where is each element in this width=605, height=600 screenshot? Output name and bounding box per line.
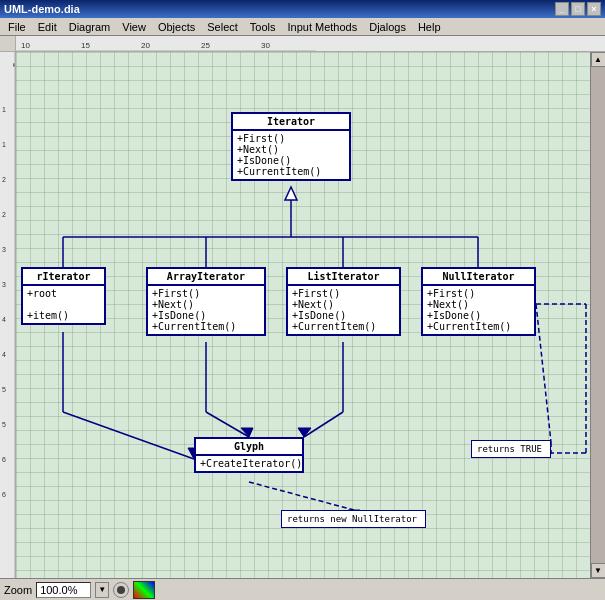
menu-view[interactable]: View: [116, 20, 152, 34]
nulliterator-class: NullIterator +First() +Next() +IsDone() …: [421, 267, 536, 336]
svg-text:2: 2: [2, 211, 6, 218]
svg-text:10: 10: [21, 41, 30, 50]
canvas-wrapper[interactable]: Iterator +First() +Next() +IsDone() +Cur…: [16, 52, 590, 578]
svg-rect-9: [0, 52, 16, 578]
diagram-canvas[interactable]: Iterator +First() +Next() +IsDone() +Cur…: [16, 52, 590, 578]
close-button[interactable]: ×: [587, 2, 601, 16]
arrayiterator-title: ArrayIterator: [148, 269, 264, 286]
vscroll-up-button[interactable]: ▲: [591, 52, 606, 67]
riterator-class: rIterator +root +item(): [21, 267, 106, 325]
iterator-methods: +First() +Next() +IsDone() +CurrentItem(…: [233, 131, 349, 179]
svg-marker-33: [241, 428, 253, 437]
svg-text:3: 3: [2, 281, 6, 288]
svg-marker-30: [285, 187, 297, 200]
svg-line-46: [63, 412, 194, 459]
ruler-h-marks: 10 15 20 25 30 35 40: [16, 36, 316, 52]
svg-line-37: [249, 482, 354, 510]
svg-text:25: 25: [201, 41, 210, 50]
svg-text:30: 30: [261, 41, 270, 50]
ruler-v-marks: 5 1 1 2 2 3 3 4 4 5 5 6 6: [0, 52, 16, 578]
main-area: 5 1 1 2 2 3 3 4 4 5 5 6 6: [0, 52, 605, 578]
svg-text:2: 2: [2, 176, 6, 183]
svg-text:3: 3: [2, 246, 6, 253]
nulliterator-title: NullIterator: [423, 269, 534, 286]
svg-line-32: [206, 412, 249, 437]
svg-text:20: 20: [141, 41, 150, 50]
svg-text:4: 4: [2, 351, 6, 358]
svg-text:5: 5: [2, 421, 6, 428]
svg-text:1: 1: [2, 106, 6, 113]
svg-marker-36: [298, 428, 311, 437]
menu-bar: File Edit Diagram View Objects Select To…: [0, 18, 605, 36]
listiterator-title: ListIterator: [288, 269, 399, 286]
color-button[interactable]: [133, 581, 155, 599]
menu-djalogs[interactable]: Djalogs: [363, 20, 412, 34]
listiterator-methods: +First() +Next() +IsDone() +CurrentItem(…: [288, 286, 399, 334]
status-bar: Zoom 100.0% ▼: [0, 578, 605, 600]
title-bar: UML-demo.dia _ □ ×: [0, 0, 605, 18]
glyph-title: Glyph: [196, 439, 302, 456]
svg-text:1: 1: [2, 141, 6, 148]
origin-dot-icon: [117, 586, 125, 594]
svg-text:15: 15: [81, 41, 90, 50]
glyph-methods: +CreateIterator(): [196, 456, 302, 471]
menu-help[interactable]: Help: [412, 20, 447, 34]
glyph-class: Glyph +CreateIterator(): [194, 437, 304, 473]
menu-select[interactable]: Select: [201, 20, 244, 34]
ruler-corner: [0, 36, 16, 52]
svg-text:5: 5: [2, 386, 6, 393]
menu-file[interactable]: File: [2, 20, 32, 34]
iterator-title: Iterator: [233, 114, 349, 131]
vscroll-track[interactable]: [591, 67, 606, 563]
returns-true-note: returns TRUE: [471, 440, 551, 458]
menu-diagram[interactable]: Diagram: [63, 20, 117, 34]
arrayiterator-class: ArrayIterator +First() +Next() +IsDone()…: [146, 267, 266, 336]
title-bar-title: UML-demo.dia: [4, 3, 80, 15]
vscroll-down-button[interactable]: ▼: [591, 563, 606, 578]
zoom-label: Zoom: [4, 584, 32, 596]
menu-edit[interactable]: Edit: [32, 20, 63, 34]
menu-tools[interactable]: Tools: [244, 20, 282, 34]
vertical-ruler: 5 1 1 2 2 3 3 4 4 5 5 6 6: [0, 52, 16, 578]
vertical-scrollbar[interactable]: ▲ ▼: [590, 52, 605, 578]
svg-line-39: [536, 304, 551, 442]
menu-input-methods[interactable]: Input Methods: [282, 20, 364, 34]
window-controls[interactable]: _ □ ×: [555, 2, 601, 16]
svg-text:4: 4: [2, 316, 6, 323]
iterator-class: Iterator +First() +Next() +IsDone() +Cur…: [231, 112, 351, 181]
horizontal-ruler: 10 15 20 25 30 35 40: [0, 36, 605, 52]
nulliterator-methods: +First() +Next() +IsDone() +CurrentItem(…: [423, 286, 534, 334]
zoom-value[interactable]: 100.0%: [36, 582, 91, 598]
svg-line-35: [304, 412, 343, 437]
svg-rect-0: [16, 36, 316, 52]
riterator-title: rIterator: [23, 269, 104, 286]
arrayiterator-methods: +First() +Next() +IsDone() +CurrentItem(…: [148, 286, 264, 334]
zoom-dropdown-button[interactable]: ▼: [95, 582, 109, 598]
svg-text:6: 6: [2, 491, 6, 498]
maximize-button[interactable]: □: [571, 2, 585, 16]
returns-nulliterator-note: returns new NullIterator: [281, 510, 426, 528]
riterator-methods: +root +item(): [23, 286, 104, 323]
returns-nulliterator-text: returns new NullIterator: [287, 514, 417, 524]
menu-objects[interactable]: Objects: [152, 20, 201, 34]
returns-true-text: returns TRUE: [477, 444, 542, 454]
origin-dot-button[interactable]: [113, 582, 129, 598]
listiterator-class: ListIterator +First() +Next() +IsDone() …: [286, 267, 401, 336]
minimize-button[interactable]: _: [555, 2, 569, 16]
svg-text:6: 6: [2, 456, 6, 463]
